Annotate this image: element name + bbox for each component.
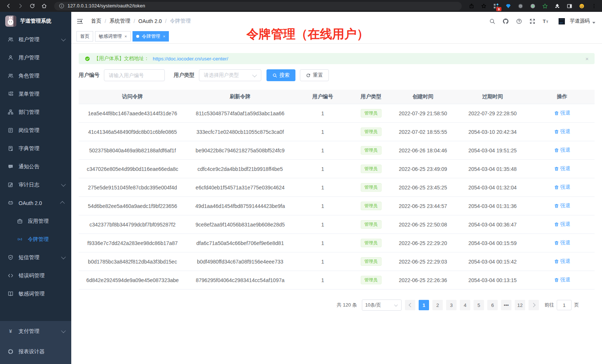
success-check-icon <box>85 56 90 62</box>
force-logout-button[interactable]: 强退 <box>554 258 570 265</box>
share-icon[interactable] <box>467 1 476 10</box>
github-icon[interactable] <box>503 18 509 24</box>
delete-icon <box>554 111 559 116</box>
sidebar-item-dict[interactable]: 字典管理 <box>0 139 71 158</box>
refresh-token-cell: dfa6c71a50a54c66bef706ef9e6e8d81 <box>186 234 294 252</box>
breadcrumb-item[interactable]: 系统管理 <box>109 18 130 24</box>
sidebar-item-pay[interactable]: ¥支付管理 <box>0 321 71 341</box>
page-button-12[interactable]: 12 <box>515 300 525 310</box>
reset-button[interactable]: 重置 <box>300 69 329 81</box>
refresh-token-cell: 49d1aa46d1454fbd87591444423be9fa <box>186 197 294 215</box>
breadcrumb-item[interactable]: OAuth 2.0 <box>138 18 162 24</box>
force-logout-button[interactable]: 强退 <box>554 277 570 283</box>
tab-close-icon[interactable]: × <box>163 34 165 39</box>
sidebar-item-oauth2-app[interactable]: 应用管理 <box>0 212 71 230</box>
sidebar-item-label: 岗位管理 <box>19 127 66 134</box>
content-area: 首页/系统管理/OAuth 2.0/令牌管理 TT 芋道源码 首页敏感词管理×令… <box>71 12 602 364</box>
collapse-sidebar-icon[interactable] <box>76 18 84 25</box>
pagination: 共 120 条 10条/页 123456•••12 前往 页 <box>79 300 579 311</box>
reload-button[interactable] <box>27 1 37 11</box>
home-button[interactable] <box>39 1 49 11</box>
address-bar[interactable]: 127.0.0.1:1024/system/oauth2/token <box>54 2 462 10</box>
force-logout-label: 强退 <box>560 184 570 191</box>
sidebar-item-tenant[interactable]: 租户管理 <box>0 30 71 49</box>
force-logout-button[interactable]: 强退 <box>554 128 570 135</box>
user-menu[interactable]: 芋道源码 <box>556 16 595 27</box>
breadcrumb-item[interactable]: 首页 <box>91 18 101 24</box>
user-type-label: 用户类型 <box>174 72 194 79</box>
fullscreen-icon[interactable] <box>529 18 536 24</box>
user-type-select[interactable]: 请选择用户类型 <box>199 69 261 81</box>
menu-dots-icon[interactable] <box>589 1 598 10</box>
annotation-overlay: 令牌管理（在线用户） <box>246 26 369 43</box>
errcode-icon <box>8 273 13 278</box>
tab-敏感词管理[interactable]: 敏感词管理× <box>95 31 131 42</box>
tab-首页[interactable]: 首页 <box>76 31 93 42</box>
force-logout-button[interactable]: 强退 <box>554 147 570 153</box>
force-logout-button[interactable]: 强退 <box>554 110 570 116</box>
puzzle-icon <box>554 3 560 9</box>
force-logout-button[interactable]: 强退 <box>554 202 570 209</box>
topbar-actions: TT 芋道源码 <box>489 16 595 27</box>
goto-page-input[interactable] <box>557 300 572 310</box>
force-logout-button[interactable]: 强退 <box>554 184 570 191</box>
force-logout-button[interactable]: 强退 <box>554 165 570 172</box>
puzzle-icon[interactable] <box>553 1 562 10</box>
sidebar-item-sensitive[interactable]: 敏感词管理 <box>0 285 71 303</box>
tab-令牌管理[interactable]: 令牌管理× <box>132 31 169 42</box>
sidebar-item-sms[interactable]: 短信管理 <box>0 248 71 267</box>
sidebar-item-errcode[interactable]: 错误码管理 <box>0 267 71 285</box>
force-logout-button[interactable]: 强退 <box>554 239 570 246</box>
forward-button[interactable] <box>16 1 25 11</box>
page-button-1[interactable]: 1 <box>419 300 429 310</box>
fontsize-icon[interactable]: TT <box>543 18 549 24</box>
app-shell: 芋道管理系统 租户管理用户管理角色管理菜单管理部门管理岗位管理字典管理通知公告审… <box>0 12 602 364</box>
sidebar-item-menu[interactable]: 菜单管理 <box>0 85 71 103</box>
created-time-cell: 2022-07-02 18:55:55 <box>390 123 455 141</box>
notice-icon <box>8 164 13 169</box>
tab-close-icon[interactable]: × <box>125 34 127 39</box>
sidebar-panel-icon[interactable] <box>565 1 574 10</box>
table-row: f9336e7c7dd242a283ee98dc86b17a87dfa6c71a… <box>79 234 595 252</box>
page-button-3[interactable]: 3 <box>446 300 457 310</box>
expire-time-cell: 2054-03-04 00:13:15 <box>455 271 530 289</box>
page-size-select[interactable]: 10条/页 <box>362 300 402 311</box>
alert-doc-link[interactable]: https://doc.iocoder.cn/user-center/ <box>153 56 228 62</box>
extensions-grid-icon[interactable]: 9 <box>491 1 500 10</box>
page-button-5[interactable]: 5 <box>474 300 484 310</box>
gem-icon[interactable] <box>504 1 513 10</box>
search-button[interactable]: 搜索 <box>266 69 295 81</box>
prev-page-button[interactable] <box>405 300 415 310</box>
breadcrumb-separator: / <box>105 18 106 24</box>
green-star-icon[interactable] <box>540 1 549 10</box>
page-button-2[interactable]: 2 <box>432 300 443 310</box>
app-logo[interactable]: 芋道管理系统 <box>0 12 71 30</box>
search-icon[interactable] <box>489 18 495 24</box>
force-logout-button[interactable]: 强退 <box>554 221 570 228</box>
next-page-button[interactable] <box>529 300 539 310</box>
sidebar-item-oauth2-token[interactable]: A令牌管理 <box>0 230 71 248</box>
sidebar-item-report[interactable]: 报表设计器 <box>0 341 71 362</box>
sidebar-item-notice[interactable]: 通知公告 <box>0 158 71 176</box>
sidebar-item-dept[interactable]: 部门管理 <box>0 103 71 121</box>
sidebar-item-audit[interactable]: 审计日志 <box>0 176 71 194</box>
page-button-4[interactable]: 4 <box>460 300 470 310</box>
help-icon[interactable] <box>516 18 522 24</box>
page-button-6[interactable]: 6 <box>487 300 498 310</box>
sidebar-item-role[interactable]: 角色管理 <box>0 67 71 85</box>
command-icon[interactable] <box>516 1 525 10</box>
created-time-cell: 2022-06-25 22:29:03 <box>390 252 455 271</box>
back-button[interactable] <box>4 1 13 11</box>
user-id-input[interactable] <box>104 69 165 81</box>
emoji-icon[interactable] <box>577 1 586 10</box>
dot-circle-icon[interactable] <box>528 1 537 10</box>
expire-time-cell: 2054-03-04 00:15:42 <box>455 252 530 271</box>
sidebar-item-oauth2[interactable]: OAuth 2.0 <box>0 194 71 212</box>
alert-close-icon[interactable]: × <box>585 56 589 62</box>
total-count: 共 120 条 <box>337 302 357 308</box>
sidebar-item-post[interactable]: 岗位管理 <box>0 121 71 139</box>
page-ellipsis[interactable]: ••• <box>501 300 511 310</box>
star-icon[interactable] <box>479 1 488 10</box>
sidebar-item-user[interactable]: 用户管理 <box>0 49 71 67</box>
user-type-cell: 管理员 <box>351 234 390 252</box>
